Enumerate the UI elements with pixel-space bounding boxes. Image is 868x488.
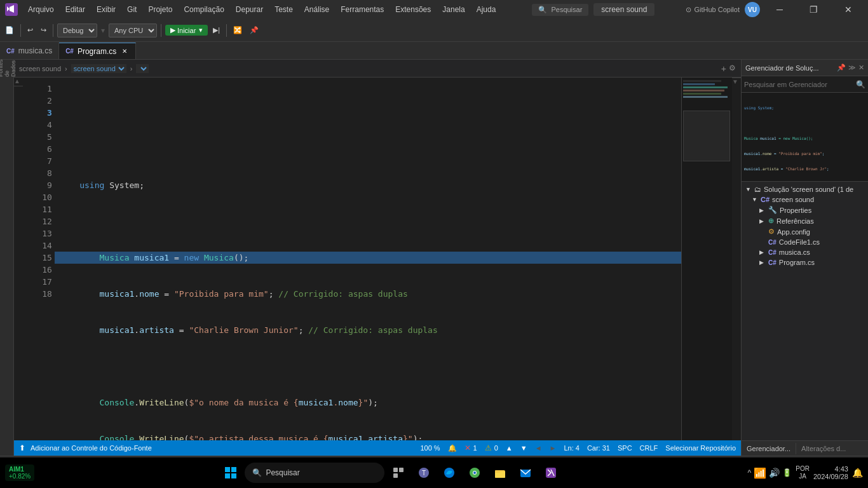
code-line-4: Musica musica1 = new Musica(); <box>55 252 681 264</box>
tab-musica[interactable]: C# musica.cs <box>0 43 59 59</box>
solution-search-input[interactable] <box>744 81 856 88</box>
references-arrow: ▶ <box>759 218 766 224</box>
close-button[interactable]: ✕ <box>834 0 863 19</box>
run-button[interactable]: ▶ Iniciar ▾ <box>165 25 208 36</box>
run-dropdown-icon: ▾ <box>199 26 203 34</box>
menu-depurar[interactable]: Depurar <box>231 3 268 16</box>
toolbar-step-over[interactable]: ▶| <box>210 23 222 38</box>
tab-program-close[interactable]: ✕ <box>120 47 129 56</box>
toolbar-redo[interactable]: ↪ <box>38 23 49 38</box>
gerenciador-tab[interactable]: Gerenciador... <box>742 443 796 454</box>
code-settings-icon[interactable]: ⚙ <box>729 64 736 74</box>
menu-janela[interactable]: Janela <box>437 3 470 16</box>
menu-git[interactable]: Git <box>122 3 142 16</box>
scroll-up-arrow[interactable]: ▲ <box>14 78 20 86</box>
scroll-down-area: ▼ <box>732 78 741 86</box>
tree-item-appconfig[interactable]: ⚙ App.config <box>742 226 868 237</box>
menu-exibir[interactable]: Exibir <box>92 3 121 16</box>
search-icon: 🔍 <box>538 6 547 14</box>
task-view-button[interactable] <box>387 461 410 484</box>
sidebar-fonts-icon[interactable]: Fontes de Dados <box>1 62 13 74</box>
zoom-level: 100 % <box>420 444 440 452</box>
taskbar-mail[interactable] <box>514 461 537 484</box>
scroll-down-arrow[interactable]: ▼ <box>732 78 738 86</box>
svg-rect-5 <box>399 468 403 472</box>
menu-bar: Arquivo Editar Exibir Git Projeto Compil… <box>23 3 501 16</box>
menu-ferramentas[interactable]: Ferramentas <box>336 3 389 16</box>
warning-count-label: 0 <box>494 444 498 452</box>
svg-rect-1 <box>231 467 236 472</box>
menu-compilacao[interactable]: Compilação <box>179 3 229 16</box>
start-button[interactable] <box>219 461 242 484</box>
toolbar-undo[interactable]: ↩ <box>25 23 36 38</box>
alteracoes-tab[interactable]: Alterações d... <box>796 443 851 454</box>
tab-program[interactable]: C# Program.cs ✕ <box>59 43 136 59</box>
error-count[interactable]: ✕ 1 <box>465 444 477 452</box>
taskbar: AIM1 +0.82% 🔍 Pesquisar T <box>0 458 868 488</box>
namespace-select[interactable]: screen sound <box>71 64 126 73</box>
tree-item-codefile[interactable]: C# CodeFile1.cs <box>742 237 868 247</box>
down-arrow-icon: ▼ <box>520 444 527 452</box>
status-right: 100 % 🔔 ✕ 1 ⚠ 0 ▲ ▼ ◄ ► Ln: 4 Car: 31 SP… <box>420 444 736 452</box>
language-indicator[interactable]: POR JA <box>796 465 810 480</box>
menu-editar[interactable]: Editar <box>60 3 90 16</box>
clock[interactable]: 4:43 2024/09/28 <box>813 465 848 480</box>
toolbar-extra-1[interactable]: 🔀 <box>231 23 245 38</box>
network-icon[interactable]: 📶 <box>754 467 766 479</box>
svg-rect-3 <box>231 473 236 478</box>
taskbar-explorer[interactable] <box>489 461 512 484</box>
preview-thumbnail: using System; Musica musica1 = new Music… <box>742 93 868 182</box>
taskbar-edge[interactable] <box>438 461 461 484</box>
repo-label[interactable]: Selecionar Repositório <box>665 444 736 452</box>
source-control-label[interactable]: Adicionar ao Controle do Código-Fonte <box>31 444 152 452</box>
editor-status-bar: ⬆ Adicionar ao Controle do Código-Fonte … <box>14 440 741 456</box>
tray-up-icon[interactable]: ^ <box>748 468 752 477</box>
tree-item-program[interactable]: ▶ C# Program.cs <box>742 257 868 268</box>
menu-arquivo[interactable]: Arquivo <box>23 3 59 16</box>
user-avatar[interactable]: VU <box>745 2 760 17</box>
code-editor[interactable]: 💡 using System; Musica musica1 = new Mus… <box>55 78 681 440</box>
volume-icon[interactable]: 🔊 <box>769 468 780 478</box>
toolbar-new[interactable]: 📄 <box>3 23 17 38</box>
global-search[interactable]: 🔍 Pesquisar <box>532 4 588 16</box>
menu-analise[interactable]: Análise <box>299 3 334 16</box>
solution-search-bar[interactable]: 🔍 <box>742 76 868 93</box>
battery-icon[interactable]: 🔋 <box>782 468 792 477</box>
taskbar-search[interactable]: 🔍 Pesquisar <box>245 463 384 483</box>
tree-item-references[interactable]: ▶ ⊕ Referências <box>742 215 868 226</box>
editor-inner: 1 2 3 4 5 6 7 8 9 10 11 12 13 14 15 16 1 <box>23 78 732 440</box>
menu-projeto[interactable]: Projeto <box>143 3 177 16</box>
tree-item-solution[interactable]: ▼ 🗂 Solução 'screen sound' (1 de <box>742 184 868 194</box>
toolbar-extra-2[interactable]: 📌 <box>247 23 261 38</box>
restore-button[interactable]: ❐ <box>799 0 829 19</box>
taskbar-chrome[interactable] <box>463 461 486 484</box>
menu-ajuda[interactable]: Ajuda <box>471 3 501 16</box>
warning-count[interactable]: ⚠ 0 <box>485 444 498 452</box>
main-layout: Fontes de Dados screen sound › screen so… <box>0 60 868 456</box>
platform-select[interactable]: Any CPU <box>109 24 157 37</box>
tree-item-properties[interactable]: ▶ 🔧 Properties <box>742 205 868 215</box>
menu-teste[interactable]: Teste <box>269 3 298 16</box>
notification-bell[interactable]: 🔔 <box>852 468 863 478</box>
close-panel-icon[interactable]: ✕ <box>858 64 864 72</box>
musica-label: musica.cs <box>779 248 810 256</box>
menu-extensoes[interactable]: Extensões <box>390 3 436 16</box>
stock-ticker[interactable]: AIM1 +0.82% <box>5 464 34 481</box>
tab-bar: C# musica.cs C# Program.cs ✕ <box>0 42 868 60</box>
taskbar-chat[interactable]: T <box>412 461 435 484</box>
class-select[interactable] <box>136 64 149 73</box>
github-copilot[interactable]: ⊙ GitHub Copilot <box>686 6 740 14</box>
tree-item-musica[interactable]: ▶ C# musica.cs <box>742 247 868 257</box>
tree-item-project[interactable]: ▼ C# screen sound <box>742 194 868 205</box>
breadcrumb-sep2: › <box>130 65 133 72</box>
source-control-icon: ⬆ <box>19 444 25 452</box>
minimize-button[interactable]: ─ <box>765 0 794 19</box>
solution-search-icon[interactable]: 🔍 <box>856 80 865 89</box>
status-left: ⬆ Adicionar ao Controle do Código-Fonte <box>19 444 152 452</box>
debug-config-select[interactable]: Debug <box>57 24 97 37</box>
taskbar-vs[interactable] <box>539 461 562 484</box>
chevron-right-icon[interactable]: ≫ <box>848 64 856 72</box>
scroll-up-area: ▲ <box>14 78 23 86</box>
add-code-icon[interactable]: + <box>721 64 726 74</box>
pin-icon[interactable]: 📌 <box>837 64 846 72</box>
